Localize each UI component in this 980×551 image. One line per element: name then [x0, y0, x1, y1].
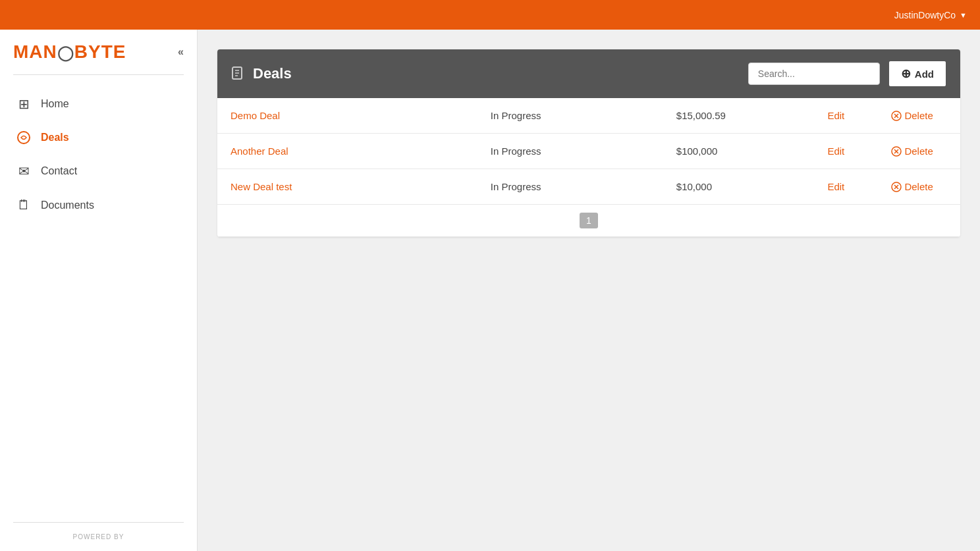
table-row: New Deal test In Progress $10,000 Edit — [217, 169, 960, 205]
deal-delete-button-1[interactable]: Delete — [891, 110, 947, 121]
deal-delete-button-3[interactable]: Delete — [891, 181, 947, 192]
add-label: Add — [915, 68, 934, 80]
deal-amount-2: $100,000 — [663, 134, 812, 169]
sidebar-bottom-divider — [13, 522, 184, 523]
deals-panel-header: Deals ⊕ Add — [217, 49, 960, 98]
deals-table: Demo Deal In Progress $15,000.59 Edit — [217, 98, 960, 237]
sidebar-item-documents[interactable]: 🗒 Documents — [0, 188, 197, 222]
add-icon: ⊕ — [901, 66, 911, 81]
deal-delete-cell-2: Delete — [878, 134, 960, 169]
pagination-cell: 1 — [217, 205, 960, 237]
pagination-row: 1 — [217, 205, 960, 237]
logo-gear-icon: ◯ — [57, 45, 74, 61]
home-icon: ⊞ — [16, 96, 32, 112]
sidebar-item-contact[interactable]: ✉ Contact — [0, 154, 197, 188]
add-button[interactable]: ⊕ Add — [888, 60, 947, 88]
user-chevron-icon: ▼ — [960, 11, 967, 19]
deal-edit-button-3[interactable]: Edit — [825, 181, 829, 192]
powered-by: POWERED BY — [0, 533, 197, 551]
delete-icon — [891, 146, 902, 157]
sidebar-nav: ⊞ Home Deals ✉ Contact 🗒 Documents — [0, 80, 197, 228]
sidebar-item-documents-label: Documents — [41, 199, 94, 211]
deal-amount-1: $15,000.59 — [663, 98, 812, 134]
sidebar-item-home-label: Home — [41, 98, 69, 110]
deal-edit-button-2[interactable]: Edit — [825, 145, 829, 157]
page-1-button[interactable]: 1 — [580, 213, 598, 228]
sidebar-item-home[interactable]: ⊞ Home — [0, 87, 197, 121]
search-input[interactable] — [748, 63, 880, 85]
deals-title-icon — [231, 66, 246, 82]
deals-panel: Deals ⊕ Add Demo Deal In Progress — [217, 49, 960, 237]
deal-delete-cell-1: Delete — [878, 98, 960, 134]
deals-title-group: Deals — [231, 65, 292, 82]
table-row: Demo Deal In Progress $15,000.59 Edit — [217, 98, 960, 134]
deal-edit-cell-1: Edit — [811, 98, 878, 134]
deals-title: Deals — [253, 65, 292, 82]
main-layout: MAN◯BYTE « ⊞ Home Deals ✉ — [0, 30, 980, 551]
deal-name-2[interactable]: Another Deal — [217, 134, 477, 169]
deal-name-1[interactable]: Demo Deal — [217, 98, 477, 134]
sidebar-top-divider — [13, 74, 184, 75]
deal-delete-cell-3: Delete — [878, 169, 960, 205]
topbar: JustinDowtyCo ▼ — [0, 0, 980, 30]
deal-edit-button-1[interactable]: Edit — [825, 110, 829, 121]
deal-amount-3: $10,000 — [663, 169, 812, 205]
sidebar-collapse-button[interactable]: « — [178, 46, 184, 58]
contact-icon: ✉ — [16, 163, 32, 179]
sidebar-header: MAN◯BYTE « — [0, 30, 197, 69]
sidebar-item-contact-label: Contact — [41, 165, 77, 177]
delete-icon — [891, 111, 902, 121]
sidebar-item-deals-label: Deals — [41, 132, 69, 144]
sidebar-item-deals[interactable]: Deals — [0, 121, 197, 154]
logo-text: MAN◯BYTE — [13, 41, 126, 63]
documents-icon: 🗒 — [16, 197, 32, 213]
deal-status-1: In Progress — [477, 98, 663, 134]
table-row: Another Deal In Progress $100,000 Edit — [217, 134, 960, 169]
user-label: JustinDowtyCo — [894, 10, 956, 20]
svg-point-0 — [18, 132, 30, 144]
deals-icon — [16, 130, 32, 145]
deal-name-3[interactable]: New Deal test — [217, 169, 477, 205]
logo: MAN◯BYTE — [13, 41, 126, 63]
deal-edit-cell-3: Edit — [811, 169, 878, 205]
sidebar: MAN◯BYTE « ⊞ Home Deals ✉ — [0, 30, 198, 551]
deal-status-2: In Progress — [477, 134, 663, 169]
user-menu[interactable]: JustinDowtyCo ▼ — [894, 10, 967, 20]
deal-delete-button-2[interactable]: Delete — [891, 145, 947, 157]
content-area: Deals ⊕ Add Demo Deal In Progress — [198, 30, 980, 551]
delete-icon — [891, 182, 902, 192]
deal-edit-cell-2: Edit — [811, 134, 878, 169]
deals-header-right: ⊕ Add — [748, 60, 947, 88]
deal-status-3: In Progress — [477, 169, 663, 205]
